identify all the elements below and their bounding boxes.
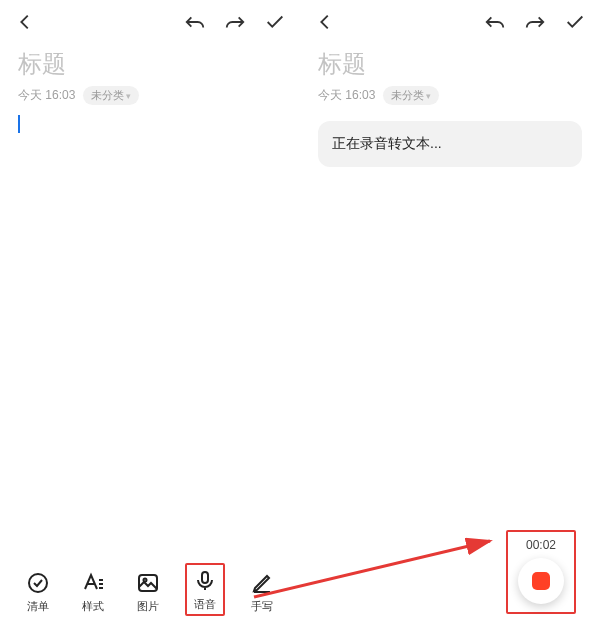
category-label: 未分类 xyxy=(391,88,424,103)
pen-icon xyxy=(250,571,274,595)
stop-record-button[interactable] xyxy=(518,558,564,604)
undo-icon[interactable] xyxy=(184,14,206,30)
toolbar-checklist[interactable]: 清单 xyxy=(20,567,56,616)
svg-rect-3 xyxy=(202,572,208,583)
text-style-icon xyxy=(81,571,105,595)
chevron-down-icon: ▾ xyxy=(126,91,131,101)
record-widget: 00:02 xyxy=(506,530,576,614)
timestamp: 今天 16:03 xyxy=(318,87,375,104)
meta-row: 今天 16:03 未分类 ▾ xyxy=(300,86,600,105)
image-icon xyxy=(136,571,160,595)
undo-icon[interactable] xyxy=(484,14,506,30)
transcription-bubble: 正在录音转文本... xyxy=(318,121,582,167)
toolbar-voice[interactable]: 语音 xyxy=(185,563,225,616)
bottom-toolbar: 清单 样式 图片 语音 手写 xyxy=(0,563,300,616)
toolbar-label: 清单 xyxy=(27,599,49,614)
text-cursor xyxy=(18,115,20,133)
confirm-icon[interactable] xyxy=(564,11,586,33)
record-time: 00:02 xyxy=(526,538,556,552)
note-body[interactable] xyxy=(0,105,300,147)
title-input[interactable]: 标题 xyxy=(0,44,300,86)
svg-point-0 xyxy=(29,574,47,592)
category-label: 未分类 xyxy=(91,88,124,103)
toolbar-label: 样式 xyxy=(82,599,104,614)
title-input[interactable]: 标题 xyxy=(300,44,600,86)
toolbar-label: 语音 xyxy=(194,597,216,612)
toolbar-handwrite[interactable]: 手写 xyxy=(244,567,280,616)
screen-right: 标题 今天 16:03 未分类 ▾ 正在录音转文本... 00:02 xyxy=(300,0,600,630)
meta-row: 今天 16:03 未分类 ▾ xyxy=(0,86,300,105)
toolbar-style[interactable]: 样式 xyxy=(75,567,111,616)
redo-icon[interactable] xyxy=(524,14,546,30)
confirm-icon[interactable] xyxy=(264,11,286,33)
toolbar-image[interactable]: 图片 xyxy=(130,567,166,616)
chevron-down-icon: ▾ xyxy=(426,91,431,101)
toolbar-label: 手写 xyxy=(251,599,273,614)
timestamp: 今天 16:03 xyxy=(18,87,75,104)
microphone-icon xyxy=(193,569,217,593)
category-chip[interactable]: 未分类 ▾ xyxy=(83,86,139,105)
svg-point-2 xyxy=(143,579,146,582)
note-body[interactable]: 正在录音转文本... xyxy=(300,105,600,177)
topbar xyxy=(0,0,300,44)
back-icon[interactable] xyxy=(314,11,336,33)
redo-icon[interactable] xyxy=(224,14,246,30)
checklist-icon xyxy=(26,571,50,595)
category-chip[interactable]: 未分类 ▾ xyxy=(383,86,439,105)
stop-icon xyxy=(532,572,550,590)
back-icon[interactable] xyxy=(14,11,36,33)
topbar xyxy=(300,0,600,44)
toolbar-label: 图片 xyxy=(137,599,159,614)
screen-left: 标题 今天 16:03 未分类 ▾ 清单 样式 图片 xyxy=(0,0,300,630)
